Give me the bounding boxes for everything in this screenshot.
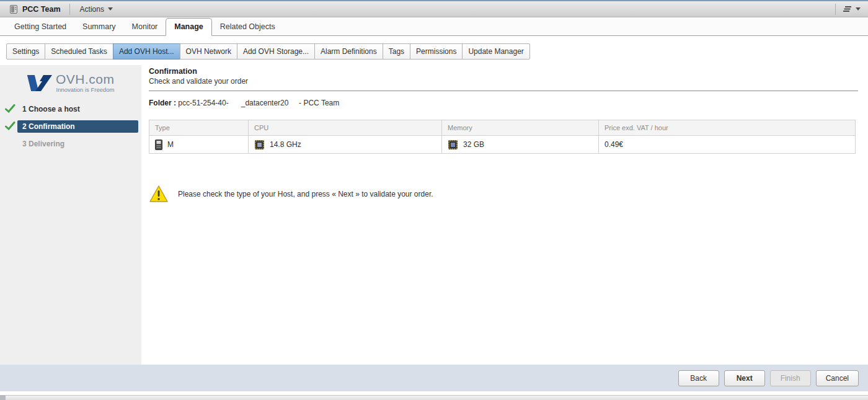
header-type: Type (149, 120, 249, 136)
wizard-footer: Back Next Finish Cancel (0, 365, 868, 391)
header-cpu: CPU (249, 120, 442, 136)
status-bar-grip (0, 395, 6, 400)
step-label: Confirmation (29, 122, 75, 131)
tab-related-objects[interactable]: Related Objects (212, 19, 283, 35)
cpu-icon (254, 140, 265, 150)
ovh-v-icon (25, 73, 53, 94)
title-bar: PCC Team Actions (0, 0, 868, 17)
wizard-step-confirmation[interactable]: 2 Confirmation (0, 120, 141, 133)
subtab-settings[interactable]: Settings (6, 43, 45, 60)
step-number: 2 (22, 122, 27, 131)
header-divider (149, 91, 858, 91)
table-header-row: Type CPU Memory Price exd. VAT / hour (149, 120, 856, 136)
warning-text: Please check the type of your Host, and … (178, 190, 433, 198)
wizard-step-delivering: 3 Delivering (0, 137, 141, 151)
subtab-update-manager[interactable]: Update Manager (462, 43, 529, 60)
ovh-logo-tagline: Innovation is Freedom (56, 86, 115, 93)
next-button[interactable]: Next (724, 370, 765, 386)
ovh-logo: OVH.com Innovation is Freedom (25, 73, 141, 94)
chevron-down-icon (108, 7, 113, 11)
subtab-scheduled-tasks[interactable]: Scheduled Tasks (45, 43, 113, 60)
table-row: M 14.8 GHz (149, 136, 856, 154)
status-bar (0, 395, 868, 400)
page-title: Confirmation (149, 67, 858, 76)
chevron-down-icon (856, 7, 861, 11)
wizard-sidebar: OVH.com Innovation is Freedom 1 Choose a… (0, 65, 141, 365)
header-price: Price exd. VAT / hour (599, 120, 856, 136)
panel-list-icon (843, 6, 853, 13)
wizard-step-choose-host[interactable]: 1 Choose a host (0, 102, 141, 116)
step-label: Delivering (29, 140, 64, 148)
cell-memory: 32 GB (463, 140, 484, 149)
folder-label: Folder : (149, 99, 176, 107)
subtab-tags[interactable]: Tags (383, 43, 410, 60)
subtab-ovh-network[interactable]: OVH Network (180, 43, 237, 60)
confirmation-panel: Confirmation Check and validate your ord… (149, 67, 858, 203)
tab-getting-started[interactable]: Getting Started (6, 19, 74, 35)
panel-layout-menu-button[interactable] (841, 4, 863, 14)
warning-icon (149, 185, 169, 203)
tab-summary[interactable]: Summary (74, 19, 123, 35)
main-tab-bar: Getting Started Summary Monitor Manage R… (0, 17, 868, 36)
order-summary-table: Type CPU Memory Price exd. VAT / hour (149, 120, 856, 154)
subtab-permissions[interactable]: Permissions (410, 43, 463, 60)
subtab-add-ovh-storage[interactable]: Add OVH Storage... (237, 43, 315, 60)
step-label: Choose a host (29, 105, 80, 113)
titlebar-right-separator (835, 4, 836, 15)
ovh-logo-text: OVH.com (56, 73, 115, 86)
warning-row: Please check the type of your Host, and … (149, 185, 858, 203)
tab-manage[interactable]: Manage (166, 18, 212, 36)
object-title: PCC Team (5, 4, 64, 14)
finish-button[interactable]: Finish (770, 370, 811, 386)
subtab-add-ovh-host[interactable]: Add OVH Host... (113, 43, 180, 60)
memory-icon (448, 140, 458, 150)
page-subtitle: Check and validate your order (149, 77, 858, 86)
cell-cpu: 14.8 GHz (270, 140, 301, 149)
wizard-steps: 1 Choose a host 2 Confirmation 3 Deliver… (0, 102, 141, 151)
tab-monitor[interactable]: Monitor (124, 19, 166, 35)
host-object-icon (9, 4, 19, 14)
actions-menu-button[interactable]: Actions (75, 4, 118, 15)
cell-type: M (167, 140, 174, 149)
check-icon (5, 104, 17, 114)
manage-subtab-bar: Settings Scheduled Tasks Add OVH Host...… (6, 43, 530, 60)
step-check-placeholder (5, 139, 17, 149)
back-button[interactable]: Back (678, 370, 719, 386)
step-number: 1 (22, 105, 27, 113)
step-number: 3 (22, 140, 27, 148)
folder-line: Folder : pcc-51-254-40- _datacenter20 - … (149, 99, 858, 107)
check-icon (5, 122, 17, 131)
folder-value: pcc-51-254-40- _datacenter20 - PCC Team (176, 99, 339, 107)
titlebar-separator (69, 4, 70, 15)
cell-price: 0.49€ (604, 140, 623, 149)
actions-label: Actions (80, 5, 104, 14)
header-memory: Memory (442, 120, 599, 136)
object-name: PCC Team (22, 5, 61, 14)
server-icon (155, 140, 162, 150)
subtab-alarm-definitions[interactable]: Alarm Definitions (314, 43, 383, 60)
cancel-button[interactable]: Cancel (816, 370, 859, 386)
